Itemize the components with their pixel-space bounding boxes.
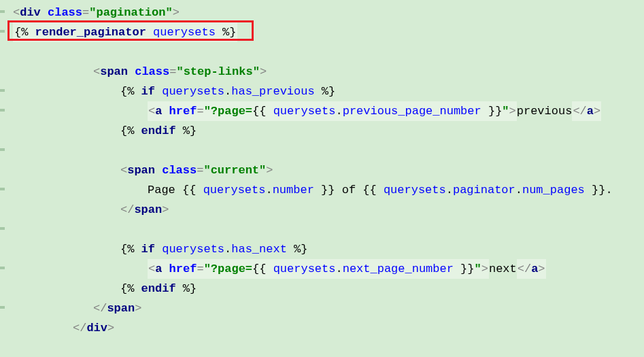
link-highlight: </a> [572,101,601,121]
angle-bracket: > [260,65,267,78]
template-delim: {% [120,85,141,98]
angle-bracket: </ [120,203,134,216]
template-delim: %} [287,243,308,256]
code-line: <span class="step-links"> [5,62,644,82]
space [162,105,169,118]
template-delim: {{ [252,105,273,118]
template-delim: }} [481,105,503,118]
template-delim: {% [120,243,141,256]
html-tag: div [86,322,107,335]
code-line-blank [5,141,644,160]
editor-gutter [0,0,5,357]
dot: . [224,243,231,256]
fold-marker [0,148,5,151]
code-line: </div> [5,318,644,338]
space [155,243,162,256]
space [128,65,135,78]
code-line: <div class="pagination"> [5,3,644,22]
space [41,6,48,19]
angle-bracket: < [120,164,127,177]
equals: = [197,262,203,275]
text-content: previous [517,105,573,118]
angle-bracket: > [173,6,180,19]
template-variable: paginator [453,184,515,197]
quote: " [204,262,211,275]
quote: " [176,65,183,78]
link-highlight: </a> [517,259,546,279]
fold-marker [0,306,5,309]
template-keyword: render_paginator [35,26,146,39]
template-delim: }} [585,184,606,197]
template-keyword: if [141,243,155,256]
quote: " [204,105,211,118]
template-delim: {{ [182,184,203,197]
attr-value: current [211,164,259,177]
template-delim: }} [314,184,335,197]
quote: " [253,65,260,78]
text-content: Page [148,184,182,197]
template-delim: }} [454,262,475,275]
html-tag: span [134,203,162,216]
template-keyword: endif [141,282,176,295]
text-content: . [605,184,612,197]
angle-bracket: </ [93,302,107,315]
fold-marker [0,10,5,13]
template-keyword: if [141,85,155,98]
angle-bracket: > [135,302,141,315]
html-attr: href [169,105,197,118]
angle-bracket: > [107,322,114,335]
fold-marker [0,188,5,190]
template-delim: %} [176,124,197,137]
html-attr: class [135,65,169,78]
template-variable: next_page_number [343,262,454,275]
html-tag: a [587,105,594,118]
template-variable: querysets [273,105,336,118]
fold-marker [0,227,5,230]
fold-marker [0,267,5,269]
quote: " [475,262,481,275]
quote: " [259,164,266,177]
template-delim: %} [216,26,237,39]
angle-bracket: </ [518,262,531,275]
code-line: {% endif %} [5,279,644,299]
code-editor[interactable]: <div class="pagination"> {% render_pagin… [5,0,644,338]
html-tag: span [127,164,155,177]
template-variable: number [273,184,314,197]
angle-bracket: > [594,105,600,118]
equals: = [197,164,203,177]
template-delim: {{ [362,184,384,197]
angle-bracket: < [148,105,155,118]
code-line: <span class="current"> [5,160,644,180]
template-variable: previous_page_number [343,105,481,118]
space [155,85,162,98]
code-line-blank [5,220,644,239]
dot: . [224,85,231,98]
quote: " [165,6,172,19]
html-attr: class [48,6,82,19]
quote: " [203,164,210,177]
html-tag: span [107,302,135,315]
angle-bracket: > [481,262,488,275]
angle-bracket: </ [573,105,586,118]
template-delim: {% [120,282,141,295]
html-tag: a [155,105,162,118]
space [162,262,169,275]
template-keyword: endif [141,124,176,137]
html-attr: href [169,262,197,275]
angle-bracket: > [162,203,169,216]
code-line: <a href="?page={{ querysets.previous_pag… [5,101,644,121]
angle-bracket: < [148,262,155,275]
space [155,164,162,177]
attr-value: step-links [184,65,253,78]
template-variable: querysets [153,26,216,39]
dot: . [446,184,453,197]
code-line: </span> [5,200,644,220]
space [146,26,153,39]
template-variable: has_next [231,243,287,256]
text-content: next [489,262,517,275]
template-delim: {% [14,26,35,39]
code-line: {% if querysets.has_previous %} [5,82,644,101]
template-variable: querysets [384,184,446,197]
dot: . [335,262,342,275]
equals: = [197,105,203,118]
